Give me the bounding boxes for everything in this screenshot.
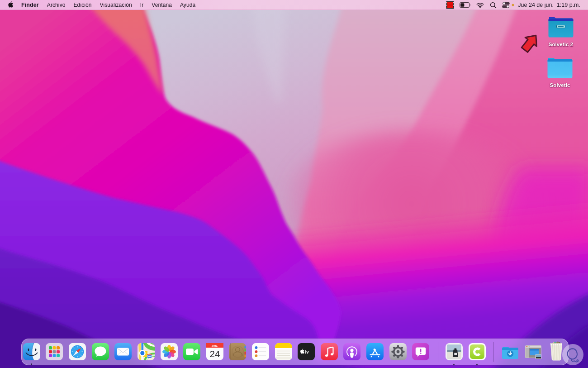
svg-text:24: 24 xyxy=(210,349,220,359)
svg-text:tv: tv xyxy=(305,349,309,354)
svg-text:JUN.: JUN. xyxy=(212,344,218,347)
